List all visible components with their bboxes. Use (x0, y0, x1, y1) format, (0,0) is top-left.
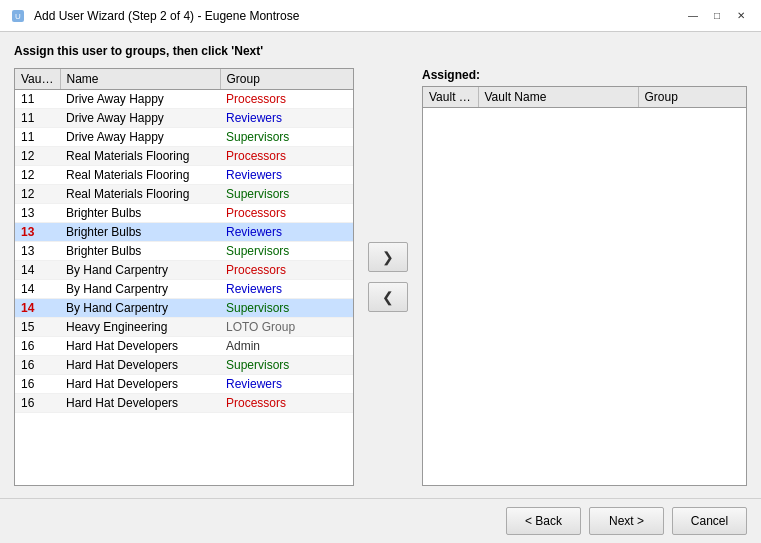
table-row[interactable]: 11Drive Away HappyProcessors (15, 90, 353, 109)
name-cell: Heavy Engineering (60, 318, 220, 337)
sort-arrow-vault: ▲ (54, 74, 60, 85)
svg-text:U: U (15, 12, 21, 21)
assigned-name-column-header[interactable]: Vault Name (478, 87, 638, 108)
group-cell: LOTO Group (220, 318, 353, 337)
available-groups-panel: Vault ▲ Name Group 11Drive Away HappyPro… (14, 68, 354, 486)
group-cell: Processors (220, 204, 353, 223)
name-cell: Brighter Bulbs (60, 242, 220, 261)
vault-cell: 12 (15, 185, 60, 204)
name-cell: Brighter Bulbs (60, 223, 220, 242)
name-cell: By Hand Carpentry (60, 299, 220, 318)
vault-column-header[interactable]: Vault ▲ (15, 69, 60, 90)
name-cell: Hard Hat Developers (60, 394, 220, 413)
table-row[interactable]: 12Real Materials FlooringProcessors (15, 147, 353, 166)
group-cell: Processors (220, 90, 353, 109)
table-row[interactable]: 14By Hand CarpentryReviewers (15, 280, 353, 299)
table-row[interactable]: 13Brighter BulbsSupervisors (15, 242, 353, 261)
name-cell: Real Materials Flooring (60, 166, 220, 185)
table-row[interactable]: 11Drive Away HappySupervisors (15, 128, 353, 147)
window-title: Add User Wizard (Step 2 of 4) - Eugene M… (34, 9, 299, 23)
vault-cell: 16 (15, 337, 60, 356)
name-cell: Hard Hat Developers (60, 356, 220, 375)
group-cell: Reviewers (220, 280, 353, 299)
move-left-button[interactable]: ❮ (368, 282, 408, 312)
vault-cell: 16 (15, 394, 60, 413)
table-row[interactable]: 16Hard Hat DevelopersReviewers (15, 375, 353, 394)
vault-cell: 11 (15, 90, 60, 109)
name-column-header[interactable]: Name (60, 69, 220, 90)
instruction-text: Assign this user to groups, then click '… (14, 44, 747, 58)
vault-cell: 13 (15, 242, 60, 261)
vault-cell: 15 (15, 318, 60, 337)
group-cell: Supervisors (220, 299, 353, 318)
title-bar: U Add User Wizard (Step 2 of 4) - Eugene… (10, 8, 299, 24)
vault-cell: 14 (15, 280, 60, 299)
table-row[interactable]: 13Brighter BulbsReviewers (15, 223, 353, 242)
vault-cell: 11 (15, 109, 60, 128)
maximize-button[interactable]: □ (707, 6, 727, 26)
table-row[interactable]: 16Hard Hat DevelopersSupervisors (15, 356, 353, 375)
window-controls: — □ ✕ (683, 6, 751, 26)
name-cell: Hard Hat Developers (60, 337, 220, 356)
next-button[interactable]: Next > (589, 507, 664, 535)
table-row[interactable]: 11Drive Away HappyReviewers (15, 109, 353, 128)
assigned-groups-panel: Assigned: Vault ▲ Vault Name Group (422, 68, 747, 486)
vault-cell: 16 (15, 356, 60, 375)
available-groups-table[interactable]: Vault ▲ Name Group 11Drive Away HappyPro… (14, 68, 354, 486)
group-cell: Reviewers (220, 375, 353, 394)
cancel-button[interactable]: Cancel (672, 507, 747, 535)
group-cell: Supervisors (220, 128, 353, 147)
group-cell: Reviewers (220, 223, 353, 242)
table-row[interactable]: 12Real Materials FlooringSupervisors (15, 185, 353, 204)
table-row[interactable]: 16Hard Hat DevelopersAdmin (15, 337, 353, 356)
name-cell: Drive Away Happy (60, 128, 220, 147)
vault-cell: 13 (15, 223, 60, 242)
name-cell: Hard Hat Developers (60, 375, 220, 394)
table-row[interactable]: 16Hard Hat DevelopersProcessors (15, 394, 353, 413)
vault-cell: 12 (15, 147, 60, 166)
app-icon: U (10, 8, 26, 24)
group-column-header[interactable]: Group (220, 69, 353, 90)
footer: < Back Next > Cancel (0, 498, 761, 543)
name-cell: Drive Away Happy (60, 90, 220, 109)
assigned-label: Assigned: (422, 68, 747, 82)
assigned-vault-column-header[interactable]: Vault ▲ (423, 87, 478, 108)
group-cell: Reviewers (220, 166, 353, 185)
back-button[interactable]: < Back (506, 507, 581, 535)
group-cell: Supervisors (220, 356, 353, 375)
table-row[interactable]: 12Real Materials FlooringReviewers (15, 166, 353, 185)
group-cell: Processors (220, 394, 353, 413)
table-row[interactable]: 15Heavy EngineeringLOTO Group (15, 318, 353, 337)
name-cell: Real Materials Flooring (60, 185, 220, 204)
group-cell: Processors (220, 147, 353, 166)
table-row[interactable]: 13Brighter BulbsProcessors (15, 204, 353, 223)
group-cell: Processors (220, 261, 353, 280)
vault-cell: 13 (15, 204, 60, 223)
vault-cell: 11 (15, 128, 60, 147)
group-cell: Supervisors (220, 242, 353, 261)
name-cell: By Hand Carpentry (60, 261, 220, 280)
minimize-button[interactable]: — (683, 6, 703, 26)
assigned-sort-arrow: ▲ (462, 92, 472, 103)
vault-cell: 12 (15, 166, 60, 185)
table-row[interactable]: 14By Hand CarpentrySupervisors (15, 299, 353, 318)
vault-cell: 14 (15, 261, 60, 280)
close-button[interactable]: ✕ (731, 6, 751, 26)
assigned-groups-table[interactable]: Vault ▲ Vault Name Group (422, 86, 747, 486)
vault-cell: 14 (15, 299, 60, 318)
group-cell: Supervisors (220, 185, 353, 204)
name-cell: By Hand Carpentry (60, 280, 220, 299)
name-cell: Drive Away Happy (60, 109, 220, 128)
vault-cell: 16 (15, 375, 60, 394)
group-cell: Admin (220, 337, 353, 356)
table-row[interactable]: 14By Hand CarpentryProcessors (15, 261, 353, 280)
transfer-buttons: ❯ ❮ (354, 68, 422, 486)
move-right-button[interactable]: ❯ (368, 242, 408, 272)
group-cell: Reviewers (220, 109, 353, 128)
name-cell: Real Materials Flooring (60, 147, 220, 166)
name-cell: Brighter Bulbs (60, 204, 220, 223)
assigned-group-column-header[interactable]: Group (638, 87, 746, 108)
